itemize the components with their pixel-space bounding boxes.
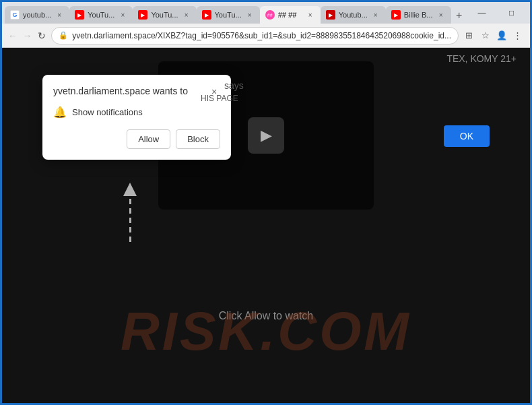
tab-2-favicon: ▶	[75, 10, 84, 20]
dialog-header: yvetn.darliament.space wants to ×	[53, 86, 220, 98]
tab-1-close[interactable]: ×	[55, 10, 64, 20]
tab-1-label: youtub...	[23, 11, 51, 19]
dialog-title: yvetn.darliament.space wants to	[53, 86, 208, 96]
tab-5-label: ## ##	[278, 11, 302, 19]
dialog-buttons: Allow Block	[53, 129, 220, 149]
tab-5[interactable]: ## ## ## ×	[260, 6, 321, 24]
block-button[interactable]: Block	[176, 129, 220, 149]
tab-4-favicon: ▶	[202, 10, 211, 20]
tab-2[interactable]: ▶ YouTu... ×	[69, 6, 133, 24]
close-button[interactable]: ✕	[527, 2, 532, 24]
page-background: TEX, KOMY 21+ ▶ Click Allow to watch R	[2, 48, 530, 403]
says-text: says	[224, 80, 244, 91]
tab-6[interactable]: ▶ Youtub... ×	[321, 6, 386, 24]
tab-7-close[interactable]: ×	[436, 10, 446, 20]
tab-1-favicon: G	[10, 10, 20, 20]
tab-6-close[interactable]: ×	[371, 10, 380, 20]
tabs-container: G youtub... × ▶ YouTu... × ▶ YouTu... × …	[2, 2, 467, 24]
notification-dialog: yvetn.darliament.space wants to × 🔔 Show…	[42, 75, 231, 160]
ok-dialog: OK	[444, 125, 490, 147]
profile-icon[interactable]: 👤	[495, 29, 508, 42]
tab-3-close[interactable]: ×	[182, 10, 191, 20]
new-tab-button[interactable]: +	[451, 7, 467, 24]
forward-button[interactable]: →	[22, 27, 33, 44]
tab-6-favicon: ▶	[326, 10, 335, 20]
tab-6-label: Youtub...	[339, 11, 368, 19]
menu-icon[interactable]: ⋮	[511, 29, 525, 42]
minimize-button[interactable]: —	[467, 2, 497, 24]
notification-text: Show notifications	[72, 107, 143, 117]
tab-3-favicon: ▶	[138, 10, 147, 20]
page-text: HIS PAGE	[201, 94, 238, 103]
tab-3[interactable]: ▶ YouTu... ×	[133, 6, 196, 24]
ok-button[interactable]: OK	[444, 125, 490, 147]
refresh-button[interactable]: ↻	[36, 27, 47, 44]
title-bar: G youtub... × ▶ YouTu... × ▶ YouTu... × …	[2, 2, 530, 24]
tab-2-label: YouTu...	[88, 11, 114, 19]
address-bar-row: ← → ↻ 🔒 yvetn.darliament.space/XIXBZ?tag…	[2, 24, 530, 48]
address-bar[interactable]: 🔒 yvetn.darliament.space/XIXBZ?tag_id=90…	[51, 27, 459, 44]
toolbar-icons: ⊞ ☆ 👤 ⋮	[463, 29, 525, 42]
back-button[interactable]: ←	[7, 27, 18, 44]
tab-7-favicon: ▶	[391, 10, 401, 20]
window-controls: — □ ✕	[467, 2, 532, 24]
tab-4-label: YouTu...	[215, 11, 242, 19]
tab-7[interactable]: ▶ Billie B... ×	[386, 6, 451, 24]
tab-5-close[interactable]: ×	[306, 10, 315, 20]
bookmark-icon[interactable]: ☆	[479, 29, 492, 42]
tab-7-label: Billie B...	[404, 11, 433, 19]
bell-icon: 🔔	[53, 106, 67, 119]
allow-button[interactable]: Allow	[127, 129, 170, 149]
tab-4[interactable]: ▶ YouTu... ×	[197, 6, 260, 24]
tab-4-close[interactable]: ×	[245, 10, 255, 20]
extensions-icon[interactable]: ⊞	[463, 29, 476, 42]
browser-frame: G youtub... × ▶ YouTu... × ▶ YouTu... × …	[2, 2, 530, 403]
maximize-button[interactable]: □	[497, 2, 527, 24]
tab-2-close[interactable]: ×	[118, 10, 127, 20]
lock-icon: 🔒	[59, 31, 68, 40]
tab-1[interactable]: G youtub... ×	[5, 6, 69, 24]
notification-row: 🔔 Show notifications	[53, 106, 220, 119]
address-text: yvetn.darliament.space/XIXBZ?tag_id=9055…	[72, 31, 451, 40]
tab-3-label: YouTu...	[151, 11, 178, 19]
page-content: TEX, KOMY 21+ ▶ Click Allow to watch R	[2, 48, 530, 403]
dialog-overlay: yvetn.darliament.space wants to × 🔔 Show…	[2, 48, 530, 403]
tab-5-favicon: ##	[265, 10, 275, 20]
